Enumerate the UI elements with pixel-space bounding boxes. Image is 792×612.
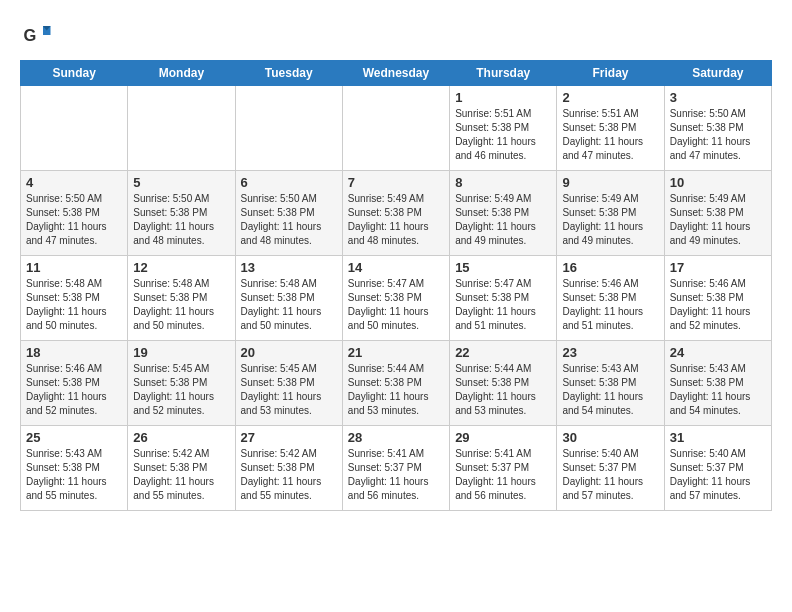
calendar-cell: 31Sunrise: 5:40 AM Sunset: 5:37 PM Dayli… [664,426,771,511]
svg-text:G: G [24,26,37,44]
day-number: 12 [133,260,229,275]
calendar-cell: 30Sunrise: 5:40 AM Sunset: 5:37 PM Dayli… [557,426,664,511]
day-number: 14 [348,260,444,275]
day-number: 13 [241,260,337,275]
calendar-cell: 15Sunrise: 5:47 AM Sunset: 5:38 PM Dayli… [450,256,557,341]
day-number: 18 [26,345,122,360]
day-info: Sunrise: 5:48 AM Sunset: 5:38 PM Dayligh… [241,277,337,333]
calendar-cell: 10Sunrise: 5:49 AM Sunset: 5:38 PM Dayli… [664,171,771,256]
calendar-cell: 5Sunrise: 5:50 AM Sunset: 5:38 PM Daylig… [128,171,235,256]
calendar-cell: 8Sunrise: 5:49 AM Sunset: 5:38 PM Daylig… [450,171,557,256]
day-info: Sunrise: 5:51 AM Sunset: 5:38 PM Dayligh… [455,107,551,163]
day-info: Sunrise: 5:47 AM Sunset: 5:38 PM Dayligh… [348,277,444,333]
day-header-monday: Monday [128,61,235,86]
day-number: 8 [455,175,551,190]
day-info: Sunrise: 5:44 AM Sunset: 5:38 PM Dayligh… [455,362,551,418]
day-info: Sunrise: 5:46 AM Sunset: 5:38 PM Dayligh… [562,277,658,333]
day-info: Sunrise: 5:40 AM Sunset: 5:37 PM Dayligh… [670,447,766,503]
day-info: Sunrise: 5:45 AM Sunset: 5:38 PM Dayligh… [133,362,229,418]
day-info: Sunrise: 5:49 AM Sunset: 5:38 PM Dayligh… [455,192,551,248]
day-info: Sunrise: 5:44 AM Sunset: 5:38 PM Dayligh… [348,362,444,418]
calendar-cell: 1Sunrise: 5:51 AM Sunset: 5:38 PM Daylig… [450,86,557,171]
day-info: Sunrise: 5:50 AM Sunset: 5:38 PM Dayligh… [26,192,122,248]
day-number: 21 [348,345,444,360]
day-number: 10 [670,175,766,190]
day-number: 16 [562,260,658,275]
day-header-thursday: Thursday [450,61,557,86]
calendar-cell: 17Sunrise: 5:46 AM Sunset: 5:38 PM Dayli… [664,256,771,341]
day-info: Sunrise: 5:43 AM Sunset: 5:38 PM Dayligh… [562,362,658,418]
day-number: 20 [241,345,337,360]
day-number: 1 [455,90,551,105]
day-number: 19 [133,345,229,360]
day-number: 23 [562,345,658,360]
day-header-saturday: Saturday [664,61,771,86]
day-number: 29 [455,430,551,445]
day-info: Sunrise: 5:47 AM Sunset: 5:38 PM Dayligh… [455,277,551,333]
day-number: 4 [26,175,122,190]
calendar-cell: 25Sunrise: 5:43 AM Sunset: 5:38 PM Dayli… [21,426,128,511]
day-number: 9 [562,175,658,190]
day-info: Sunrise: 5:50 AM Sunset: 5:38 PM Dayligh… [670,107,766,163]
day-number: 11 [26,260,122,275]
calendar-cell: 16Sunrise: 5:46 AM Sunset: 5:38 PM Dayli… [557,256,664,341]
calendar-cell: 14Sunrise: 5:47 AM Sunset: 5:38 PM Dayli… [342,256,449,341]
day-info: Sunrise: 5:46 AM Sunset: 5:38 PM Dayligh… [26,362,122,418]
day-info: Sunrise: 5:40 AM Sunset: 5:37 PM Dayligh… [562,447,658,503]
day-header-tuesday: Tuesday [235,61,342,86]
calendar-cell: 26Sunrise: 5:42 AM Sunset: 5:38 PM Dayli… [128,426,235,511]
calendar-cell: 9Sunrise: 5:49 AM Sunset: 5:38 PM Daylig… [557,171,664,256]
calendar-cell [235,86,342,171]
day-info: Sunrise: 5:41 AM Sunset: 5:37 PM Dayligh… [348,447,444,503]
day-number: 15 [455,260,551,275]
logo: G [20,20,52,50]
calendar-cell: 18Sunrise: 5:46 AM Sunset: 5:38 PM Dayli… [21,341,128,426]
calendar-week-row: 4Sunrise: 5:50 AM Sunset: 5:38 PM Daylig… [21,171,772,256]
calendar-cell: 24Sunrise: 5:43 AM Sunset: 5:38 PM Dayli… [664,341,771,426]
day-number: 30 [562,430,658,445]
calendar-cell: 13Sunrise: 5:48 AM Sunset: 5:38 PM Dayli… [235,256,342,341]
day-number: 25 [26,430,122,445]
calendar-week-row: 11Sunrise: 5:48 AM Sunset: 5:38 PM Dayli… [21,256,772,341]
day-number: 28 [348,430,444,445]
calendar-header-row: SundayMondayTuesdayWednesdayThursdayFrid… [21,61,772,86]
day-info: Sunrise: 5:42 AM Sunset: 5:38 PM Dayligh… [133,447,229,503]
calendar-cell: 2Sunrise: 5:51 AM Sunset: 5:38 PM Daylig… [557,86,664,171]
day-number: 3 [670,90,766,105]
day-number: 6 [241,175,337,190]
day-info: Sunrise: 5:43 AM Sunset: 5:38 PM Dayligh… [26,447,122,503]
calendar-week-row: 25Sunrise: 5:43 AM Sunset: 5:38 PM Dayli… [21,426,772,511]
calendar-cell: 21Sunrise: 5:44 AM Sunset: 5:38 PM Dayli… [342,341,449,426]
day-number: 27 [241,430,337,445]
day-info: Sunrise: 5:49 AM Sunset: 5:38 PM Dayligh… [670,192,766,248]
day-info: Sunrise: 5:48 AM Sunset: 5:38 PM Dayligh… [26,277,122,333]
day-number: 2 [562,90,658,105]
day-number: 7 [348,175,444,190]
calendar-cell: 20Sunrise: 5:45 AM Sunset: 5:38 PM Dayli… [235,341,342,426]
day-info: Sunrise: 5:50 AM Sunset: 5:38 PM Dayligh… [133,192,229,248]
calendar-cell [21,86,128,171]
calendar-cell: 4Sunrise: 5:50 AM Sunset: 5:38 PM Daylig… [21,171,128,256]
calendar-cell: 22Sunrise: 5:44 AM Sunset: 5:38 PM Dayli… [450,341,557,426]
day-header-friday: Friday [557,61,664,86]
day-number: 26 [133,430,229,445]
calendar-cell [128,86,235,171]
day-header-sunday: Sunday [21,61,128,86]
calendar-cell: 27Sunrise: 5:42 AM Sunset: 5:38 PM Dayli… [235,426,342,511]
day-number: 17 [670,260,766,275]
day-number: 22 [455,345,551,360]
day-info: Sunrise: 5:50 AM Sunset: 5:38 PM Dayligh… [241,192,337,248]
calendar-cell: 6Sunrise: 5:50 AM Sunset: 5:38 PM Daylig… [235,171,342,256]
day-info: Sunrise: 5:45 AM Sunset: 5:38 PM Dayligh… [241,362,337,418]
calendar-cell: 23Sunrise: 5:43 AM Sunset: 5:38 PM Dayli… [557,341,664,426]
calendar-cell: 29Sunrise: 5:41 AM Sunset: 5:37 PM Dayli… [450,426,557,511]
calendar-week-row: 1Sunrise: 5:51 AM Sunset: 5:38 PM Daylig… [21,86,772,171]
day-info: Sunrise: 5:48 AM Sunset: 5:38 PM Dayligh… [133,277,229,333]
page-header: G [20,20,772,50]
day-info: Sunrise: 5:49 AM Sunset: 5:38 PM Dayligh… [562,192,658,248]
day-number: 5 [133,175,229,190]
day-header-wednesday: Wednesday [342,61,449,86]
calendar-cell: 12Sunrise: 5:48 AM Sunset: 5:38 PM Dayli… [128,256,235,341]
day-info: Sunrise: 5:46 AM Sunset: 5:38 PM Dayligh… [670,277,766,333]
calendar-table: SundayMondayTuesdayWednesdayThursdayFrid… [20,60,772,511]
